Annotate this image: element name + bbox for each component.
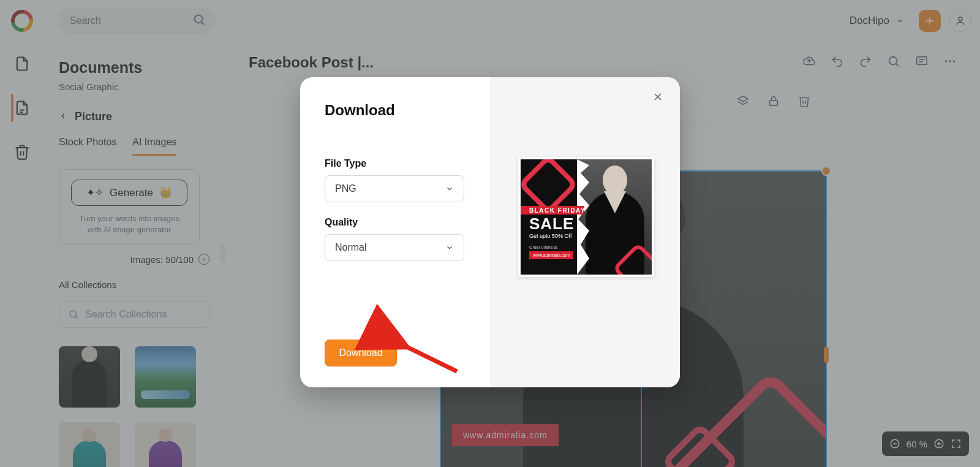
download-preview: BLACK FRIDAY SALE Get upto 50% Off Order… [518,157,654,277]
preview-order: Order online at [529,245,557,249]
quality-label: Quality [325,217,466,228]
modal-form: Download File Type PNG Quality Normal Do… [300,77,490,387]
chevron-down-icon [445,243,454,252]
download-button[interactable]: Download [325,340,397,366]
modal-preview-pane: BLACK FRIDAY SALE Get upto 50% Off Order… [490,77,680,387]
close-button[interactable] [652,91,664,105]
quality-value: Normal [335,242,367,253]
preview-sale: SALE [529,215,574,234]
file-type-value: PNG [335,183,356,194]
download-modal: Download File Type PNG Quality Normal Do… [300,77,680,387]
preview-sub: Get upto 50% Off [529,233,571,239]
preview-url: www.admiralia.com [529,251,573,259]
close-icon [652,91,664,103]
preview-black-friday: BLACK FRIDAY [529,207,586,214]
chevron-down-icon [445,184,454,193]
modal-title: Download [325,102,466,119]
file-type-label: File Type [325,158,466,169]
quality-select[interactable]: Normal [325,234,464,261]
file-type-select[interactable]: PNG [325,175,464,202]
